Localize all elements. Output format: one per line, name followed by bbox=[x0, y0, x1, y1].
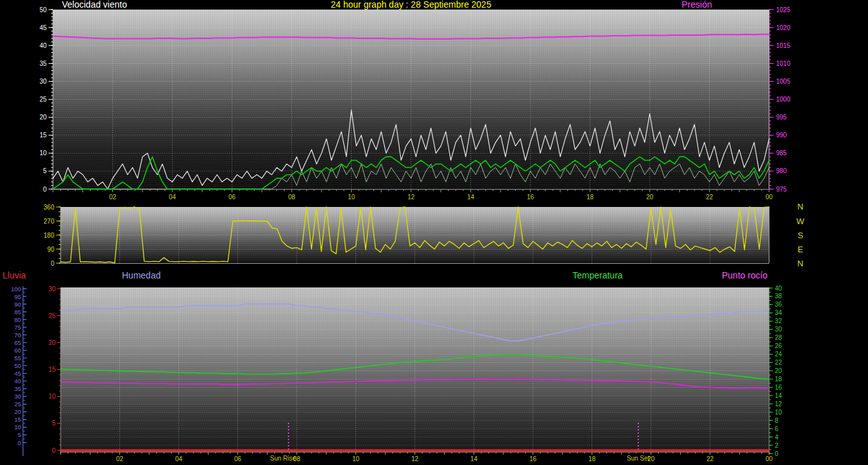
svg-text:25: 25 bbox=[49, 312, 56, 319]
svg-text:360: 360 bbox=[43, 204, 54, 211]
svg-text:28: 28 bbox=[775, 334, 782, 341]
compass-letter-s: S bbox=[795, 231, 806, 240]
svg-text:5: 5 bbox=[52, 420, 56, 427]
svg-text:02: 02 bbox=[116, 455, 124, 462]
svg-text:30: 30 bbox=[40, 78, 47, 85]
svg-text:30: 30 bbox=[14, 393, 21, 400]
svg-text:50: 50 bbox=[14, 362, 21, 369]
svg-text:10: 10 bbox=[775, 409, 782, 416]
svg-text:36: 36 bbox=[775, 301, 782, 308]
svg-text:90: 90 bbox=[47, 246, 55, 253]
svg-text:10: 10 bbox=[352, 455, 360, 462]
svg-text:990: 990 bbox=[776, 132, 787, 139]
svg-text:06: 06 bbox=[228, 194, 236, 201]
svg-text:14: 14 bbox=[467, 194, 475, 201]
svg-text:15: 15 bbox=[49, 366, 56, 373]
svg-text:12: 12 bbox=[775, 400, 782, 408]
svg-text:65: 65 bbox=[14, 339, 21, 346]
svg-text:75: 75 bbox=[14, 324, 21, 331]
svg-text:00: 00 bbox=[765, 455, 773, 462]
svg-text:04: 04 bbox=[168, 194, 176, 201]
svg-text:40: 40 bbox=[40, 42, 47, 49]
svg-text:18: 18 bbox=[775, 376, 782, 383]
svg-text:980: 980 bbox=[776, 167, 787, 174]
svg-text:04: 04 bbox=[175, 455, 183, 462]
svg-text:14: 14 bbox=[775, 392, 782, 399]
svg-text:14: 14 bbox=[470, 455, 478, 462]
svg-text:30: 30 bbox=[49, 286, 56, 293]
svg-text:25: 25 bbox=[14, 400, 21, 408]
pressure-panel-title: Presión bbox=[682, 0, 712, 10]
svg-text:20: 20 bbox=[14, 408, 21, 415]
svg-text:70: 70 bbox=[14, 332, 21, 339]
svg-text:18: 18 bbox=[587, 194, 594, 201]
dew-point-series-label: Punto rocío bbox=[722, 271, 768, 280]
svg-text:10: 10 bbox=[14, 423, 21, 431]
svg-text:80: 80 bbox=[14, 316, 21, 323]
svg-text:22: 22 bbox=[706, 194, 714, 201]
svg-text:995: 995 bbox=[776, 114, 787, 121]
humidity-series-label: Humedad bbox=[122, 271, 161, 280]
sunset-label: Sun Set bbox=[627, 455, 650, 462]
page-title: 24 hour graph day : 28 Septiembre 2025 bbox=[53, 0, 769, 10]
svg-text:0: 0 bbox=[43, 186, 47, 193]
svg-text:5: 5 bbox=[18, 431, 21, 438]
svg-text:8: 8 bbox=[775, 417, 779, 424]
svg-text:0: 0 bbox=[18, 439, 21, 446]
svg-text:30: 30 bbox=[775, 326, 782, 333]
svg-text:38: 38 bbox=[775, 293, 782, 300]
svg-text:22: 22 bbox=[707, 455, 714, 462]
panel-edges bbox=[53, 10, 769, 454]
svg-text:1010: 1010 bbox=[776, 60, 791, 67]
svg-text:35: 35 bbox=[14, 385, 21, 392]
svg-text:5: 5 bbox=[43, 167, 47, 174]
svg-text:975: 975 bbox=[776, 186, 787, 193]
data-series bbox=[53, 34, 769, 450]
svg-text:22: 22 bbox=[775, 359, 782, 366]
svg-text:1015: 1015 bbox=[776, 42, 791, 49]
svg-text:20: 20 bbox=[49, 339, 56, 346]
svg-text:90: 90 bbox=[14, 301, 21, 308]
svg-text:95: 95 bbox=[14, 293, 21, 300]
svg-text:20: 20 bbox=[646, 194, 654, 201]
series-temperature_c bbox=[61, 354, 769, 379]
svg-text:1025: 1025 bbox=[776, 6, 791, 13]
time-axes: 0204060810121416182022000204060810121416… bbox=[53, 190, 773, 462]
svg-text:24: 24 bbox=[775, 351, 782, 358]
svg-text:10: 10 bbox=[49, 393, 56, 400]
svg-text:1005: 1005 bbox=[776, 78, 791, 85]
svg-text:08: 08 bbox=[288, 194, 296, 201]
compass-letter-e: E bbox=[795, 245, 806, 254]
charts-overlay: 5045403530252015105010251020101510101005… bbox=[0, 0, 868, 465]
svg-text:18: 18 bbox=[588, 455, 596, 462]
svg-text:16: 16 bbox=[529, 455, 537, 462]
svg-text:55: 55 bbox=[14, 354, 21, 362]
compass-letter-n-bottom: N bbox=[795, 259, 806, 268]
svg-text:45: 45 bbox=[40, 24, 47, 31]
svg-text:16: 16 bbox=[527, 194, 534, 201]
svg-text:26: 26 bbox=[775, 342, 782, 349]
weather-24h-graph: 5045403530252015105010251020101510101005… bbox=[0, 0, 868, 465]
svg-text:10: 10 bbox=[348, 194, 355, 201]
sunrise-label: Sun Rise bbox=[270, 455, 296, 462]
svg-text:270: 270 bbox=[43, 218, 54, 225]
svg-text:985: 985 bbox=[776, 149, 787, 156]
svg-text:4: 4 bbox=[775, 434, 779, 441]
compass-letter-n-top: N bbox=[795, 202, 806, 211]
svg-text:6: 6 bbox=[775, 425, 779, 432]
svg-text:12: 12 bbox=[411, 455, 419, 462]
rain-series-label: Lluvia bbox=[3, 271, 26, 280]
svg-text:10: 10 bbox=[40, 149, 47, 156]
temperature-series-label: Temperatura bbox=[572, 271, 623, 280]
svg-text:06: 06 bbox=[234, 455, 242, 462]
svg-text:20: 20 bbox=[775, 367, 782, 374]
svg-text:34: 34 bbox=[775, 309, 782, 316]
svg-text:40: 40 bbox=[775, 285, 782, 292]
svg-text:2: 2 bbox=[775, 442, 779, 449]
compass-letter-w: W bbox=[795, 217, 806, 225]
svg-text:25: 25 bbox=[40, 96, 47, 103]
svg-text:1020: 1020 bbox=[776, 24, 791, 31]
svg-text:45: 45 bbox=[14, 370, 21, 377]
svg-text:100: 100 bbox=[11, 286, 21, 293]
gridlines bbox=[53, 10, 769, 454]
